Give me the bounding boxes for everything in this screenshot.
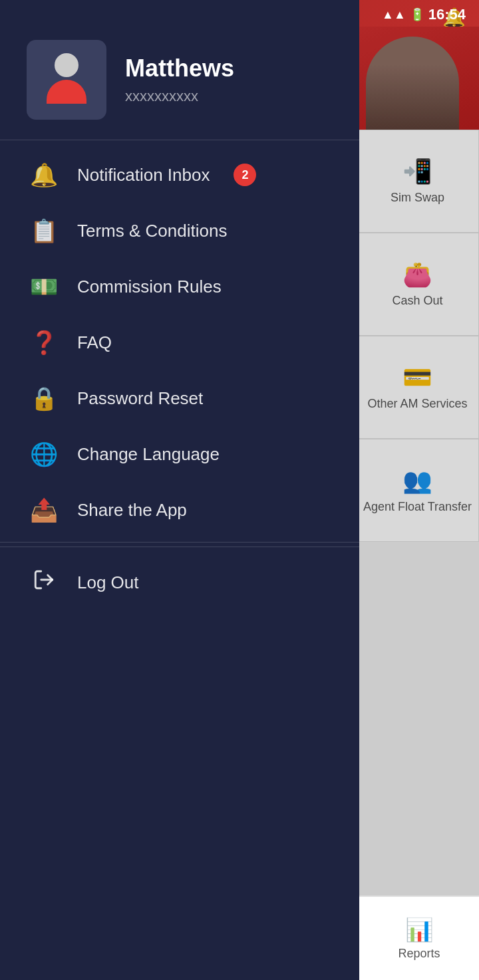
faq-label: FAQ — [77, 332, 112, 353]
avatar-figure — [40, 53, 93, 106]
notification-badge: 2 — [234, 164, 256, 186]
reports-icon: 📊 — [405, 916, 433, 943]
avatar-head — [55, 53, 79, 77]
user-name: Matthews — [125, 55, 234, 82]
logout-label: Log Out — [77, 572, 139, 593]
avatar — [27, 40, 106, 120]
logout-icon — [29, 568, 59, 596]
sidebar-item-logout[interactable]: Log Out — [0, 554, 359, 611]
language-icon: 🌐 — [29, 441, 59, 467]
faq-icon: ❓ — [29, 329, 59, 356]
menu-list: 🔔 Notification Inbox 2 📋 Terms & Conditi… — [0, 140, 359, 980]
bg-overlay — [359, 0, 479, 980]
sidebar-item-faq[interactable]: ❓ FAQ — [0, 314, 359, 370]
sidebar-item-terms-conditions[interactable]: 📋 Terms & Conditions — [0, 203, 359, 259]
sidebar-item-share-app[interactable]: 📤 Share the App — [0, 482, 359, 538]
signal-icon: ▲▲ — [382, 8, 406, 22]
battery-icon: 🔋 — [410, 7, 424, 22]
commission-icon: 💵 — [29, 273, 59, 300]
commission-rules-label: Commission Rules — [77, 277, 222, 297]
notification-inbox-label: Notification Inbox — [77, 165, 210, 185]
terms-conditions-label: Terms & Conditions — [77, 221, 227, 241]
reports-nav-item[interactable]: 📊 Reports — [359, 896, 479, 980]
status-bar-right: ▲▲ 🔋 16:54 — [382, 6, 466, 23]
sidebar-drawer: Matthews xxxxxxxxxx 🔔 Notification Inbox… — [0, 0, 359, 980]
reports-label: Reports — [398, 947, 440, 961]
user-id: xxxxxxxxxx — [125, 88, 234, 105]
share-app-label: Share the App — [77, 500, 187, 521]
lock-icon: 🔒 — [29, 385, 59, 412]
avatar-body — [47, 80, 86, 104]
bell-menu-icon: 🔔 — [29, 162, 59, 188]
sidebar-item-notification-inbox[interactable]: 🔔 Notification Inbox 2 — [0, 147, 359, 203]
terms-icon: 📋 — [29, 217, 59, 244]
time-display: 16:54 — [428, 6, 466, 23]
logout-section: Log Out — [0, 547, 359, 618]
sidebar-item-change-language[interactable]: 🌐 Change Language — [0, 426, 359, 482]
sidebar-item-commission-rules[interactable]: 💵 Commission Rules — [0, 259, 359, 314]
menu-divider — [0, 542, 359, 543]
sidebar-item-password-reset[interactable]: 🔒 Password Reset — [0, 370, 359, 426]
status-bar: ▲▲ 🔋 16:54 — [0, 0, 479, 29]
password-reset-label: Password Reset — [77, 388, 203, 409]
change-language-label: Change Language — [77, 444, 220, 465]
user-info: Matthews xxxxxxxxxx — [125, 55, 234, 105]
share-icon: 📤 — [29, 497, 59, 523]
